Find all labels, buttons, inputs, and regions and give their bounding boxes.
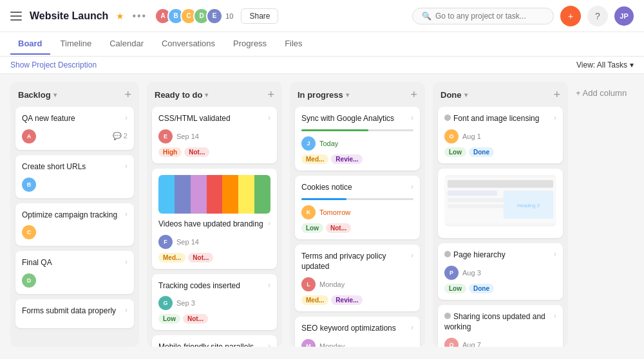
card-title: CSS/HTML validated [158, 113, 231, 124]
tab-timeline[interactable]: Timeline [53, 33, 100, 55]
card-title: Forms submit data properly [22, 306, 116, 317]
add-card-done[interactable]: + [553, 88, 560, 102]
card-avatar: B [22, 178, 36, 192]
add-column-button[interactable]: + Add column [576, 88, 627, 98]
tab-board[interactable]: Board [10, 33, 50, 55]
card-menu-icon[interactable]: › [125, 113, 128, 122]
tag-not: Not... [188, 253, 213, 262]
card-menu-icon[interactable]: › [554, 311, 556, 320]
card-thumbnail-card[interactable]: Heading 2 [438, 169, 563, 238]
card-menu-icon[interactable]: › [268, 342, 270, 347]
card-tracking-codes[interactable]: Tracking codes inserted › G Sep 3 Low No… [152, 274, 277, 331]
tag-med: Med... [301, 295, 328, 305]
more-options-icon[interactable]: ••• [132, 10, 147, 22]
card-menu-icon[interactable]: › [268, 219, 270, 228]
card-avatar: C [22, 225, 36, 239]
tab-conversations[interactable]: Conversations [154, 33, 223, 55]
card-menu-icon[interactable]: › [125, 161, 128, 170]
card-menu-icon[interactable]: › [125, 210, 128, 219]
card-menu-icon[interactable]: › [411, 323, 413, 332]
tab-calendar[interactable]: Calendar [102, 33, 151, 55]
card-title: QA new feature [22, 113, 75, 124]
card-menu-icon[interactable]: › [125, 257, 128, 266]
search-input[interactable] [435, 12, 544, 21]
card-menu-icon[interactable]: › [268, 113, 270, 122]
card-date: Monday [319, 342, 345, 347]
card-avatar: P [444, 266, 459, 280]
tab-progress[interactable]: Progress [225, 33, 274, 55]
card-page-hierarchy[interactable]: Page hierarchy › P Aug 3 Low Done [438, 243, 563, 300]
status-dot [444, 313, 451, 319]
column-body-done: Font and image licensing › O Aug 1 Low D… [433, 107, 568, 347]
column-title-backlog[interactable]: Backlog ▾ [18, 90, 57, 100]
add-card-ready[interactable]: + [267, 88, 274, 102]
card-forms-submit[interactable]: Forms submit data properly › [15, 299, 134, 328]
share-button[interactable]: Share [241, 8, 278, 24]
card-title: SEO keyword optimizations [301, 323, 396, 334]
add-column-area[interactable]: + Add column [576, 82, 644, 347]
column-title-ready[interactable]: Ready to do ▾ [155, 90, 208, 100]
card-menu-icon[interactable]: › [411, 251, 413, 260]
card-menu-icon[interactable]: › [125, 306, 128, 315]
hamburger-menu[interactable] [10, 12, 22, 21]
tag-review: Revie... [331, 295, 363, 305]
card-title: Videos have updated branding [158, 219, 263, 230]
card-menu-icon[interactable]: › [411, 182, 413, 191]
chevron-down-icon: ▾ [205, 91, 208, 98]
card-final-qa[interactable]: Final QA › D [15, 251, 134, 294]
star-icon[interactable]: ★ [116, 11, 124, 21]
card-footer: C [22, 225, 128, 239]
avatar: E [206, 8, 223, 24]
add-task-button[interactable]: + [560, 6, 581, 26]
card-meta: M Monday [301, 339, 413, 347]
card-menu-icon[interactable]: › [268, 281, 270, 290]
column-title-inprogress[interactable]: In progress ▾ [298, 90, 349, 100]
card-css-html[interactable]: CSS/HTML validated › E Sep 14 High Not..… [152, 107, 277, 163]
card-title: Cookies notice [301, 182, 352, 193]
card-font-licensing[interactable]: Font and image licensing › O Aug 1 Low D… [438, 107, 563, 163]
card-seo-keywords[interactable]: SEO keyword optimizations › M Monday Med… [295, 317, 420, 347]
card-menu-icon[interactable]: › [411, 113, 413, 122]
card-title: Sync with Google Analytics [301, 113, 394, 124]
tag-not: Not... [184, 147, 209, 157]
add-card-backlog[interactable]: + [124, 88, 131, 102]
nav-tabs: Board Timeline Calendar Conversations Pr… [0, 32, 644, 57]
card-create-short-urls[interactable]: Create short URLs › B [15, 155, 134, 198]
header-right: 🔍 + ? JP [412, 6, 634, 26]
card-title: Terms and privacy policy updated [301, 251, 411, 273]
search-icon: 🔍 [422, 12, 431, 21]
tag-low: Low [444, 284, 466, 293]
card-terms-privacy[interactable]: Terms and privacy policy updated › L Mon… [295, 244, 420, 312]
tab-files[interactable]: Files [277, 33, 310, 55]
card-menu-icon[interactable]: › [554, 113, 556, 122]
show-description-link[interactable]: Show Project Description [10, 60, 97, 69]
chevron-down-icon: ▾ [464, 91, 468, 98]
card-videos-branding[interactable]: Videos have updated branding › F Sep 14 … [152, 169, 277, 269]
add-card-inprogress[interactable]: + [410, 88, 417, 102]
card-tags: High Not... [158, 147, 270, 157]
column-title-done[interactable]: Done ▾ [440, 90, 468, 100]
card-qa-new-feature[interactable]: QA new feature › A 💬 2 [15, 107, 134, 150]
card-avatar: L [301, 277, 316, 291]
card-date: Aug 1 [462, 133, 481, 140]
card-google-analytics[interactable]: Sync with Google Analytics › J Today Med… [295, 107, 420, 170]
app-header: Website Launch ★ ••• A B C D E 10 Share … [0, 0, 644, 32]
card-menu-icon[interactable]: › [554, 250, 556, 259]
search-bar[interactable]: 🔍 [412, 8, 554, 24]
card-image [158, 175, 270, 214]
card-title: Sharing icons updated and working [444, 311, 554, 333]
card-sharing-icons[interactable]: Sharing icons updated and working › Q Au… [438, 305, 563, 347]
card-optimize-campaign[interactable]: Optimize campaign tracking › C [15, 203, 134, 246]
svg-text:Heading 2: Heading 2 [517, 203, 540, 208]
card-mobile-friendly[interactable]: Mobile-friendly site parallels › H Sep 6… [152, 335, 277, 347]
progress-bar [301, 129, 413, 131]
card-title: Create short URLs [22, 161, 86, 172]
user-avatar[interactable]: JP [614, 6, 634, 26]
svg-rect-1 [448, 180, 553, 188]
help-button[interactable]: ? [587, 6, 608, 26]
card-cookies-notice[interactable]: Cookies notice › K Tomorrow Low Not... [295, 176, 420, 239]
view-filter[interactable]: View: All Tasks ▾ [576, 60, 634, 69]
card-footer: D [22, 273, 128, 288]
card-title: Font and image licensing [444, 113, 539, 124]
card-avatar: G [158, 296, 173, 310]
